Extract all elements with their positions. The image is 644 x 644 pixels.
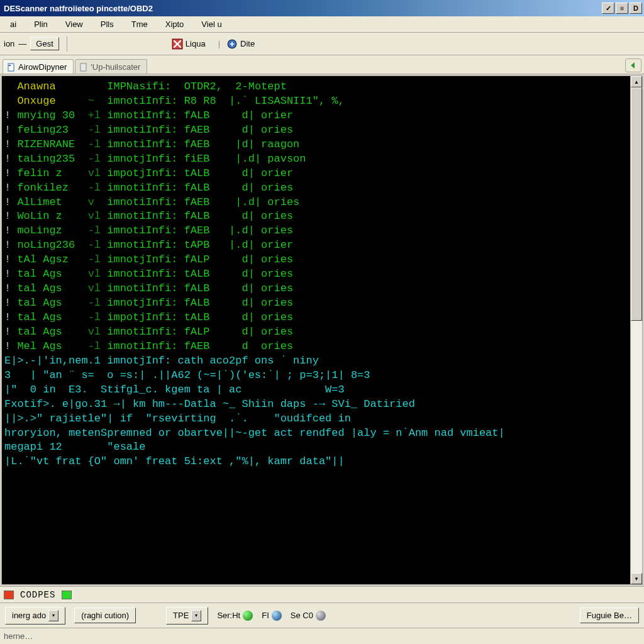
- nav-back-button[interactable]: [625, 58, 641, 72]
- toolbar-left-group: ion — Gest: [4, 37, 59, 50]
- tab-bar: AirowDipyner 'Up-huilscater: [0, 55, 644, 74]
- tab-uphuilscater[interactable]: 'Up-huilscater: [75, 59, 147, 74]
- terminal-line: ! tal Ags vl imnotiInfi: fALB d| ories: [4, 282, 628, 296]
- svg-rect-2: [8, 64, 14, 71]
- inerg-combo[interactable]: inerg ado ▾: [5, 607, 65, 625]
- terminal-line: megapi 12 "esale: [4, 440, 628, 455]
- window-btn-3[interactable]: D: [630, 3, 642, 14]
- menu-plin[interactable]: Plin: [26, 18, 55, 31]
- terminal-line: ! mnying 30 +l imnotiInfi: fALB d| orier: [4, 109, 628, 123]
- scroll-up-button[interactable]: ▲: [631, 76, 642, 87]
- window-buttons: ✓ ≡ D: [602, 3, 642, 14]
- terminal-line: Fxotif>. e|go.31 →| km hm---Datla ~_ Shi…: [4, 397, 628, 412]
- terminal-line: ! AlLimet v imnotiInfi: fAEB |.d| ories: [4, 196, 628, 210]
- arrow-left-icon: [629, 61, 638, 70]
- serht-status: Ser:Ht: [217, 611, 253, 621]
- fugie-button[interactable]: Fuguie Be…: [580, 608, 639, 623]
- toolbar-ion: ion: [4, 39, 14, 48]
- terminal-line: |L.˙"vt frat {O" omn' freat 5i:ext ,"%|,…: [4, 455, 628, 469]
- svg-rect-4: [80, 64, 86, 71]
- dite-icon: [226, 38, 238, 50]
- gest-button[interactable]: Gest: [30, 37, 58, 50]
- tab-airowdipyner[interactable]: AirowDipyner: [3, 59, 74, 74]
- terminal-line: ! fonkilez -l imnotiInfi: fALB d| ories: [4, 181, 628, 196]
- title-bar: DEScanner natfroiieteo pincette/OBD2 ✓ ≡…: [0, 0, 644, 16]
- seco-status: Se C0: [291, 611, 326, 621]
- led-green-icon: [62, 591, 72, 599]
- window-btn-1[interactable]: ✓: [602, 3, 614, 14]
- terminal-line: ||>.>" rajietle"| if "rsevirting .˙. "ou…: [4, 412, 628, 426]
- terminal-line: ! tal Ags vl imnotiInfi: tALB d| ories: [4, 267, 628, 282]
- menu-ai[interactable]: ai: [3, 18, 24, 31]
- scroll-track[interactable]: [631, 87, 642, 573]
- window-btn-2[interactable]: ≡: [616, 3, 628, 14]
- status-bar-codes: CODPES: [0, 586, 644, 602]
- toolbar: ion — Gest Liqua Dite: [0, 33, 644, 55]
- scroll-down-button[interactable]: ▼: [631, 573, 642, 584]
- menu-bar: ai Plin View Plls Tme Xipto Viel u: [0, 16, 644, 33]
- address-bar: [0, 628, 644, 644]
- terminal-line: ! Mel Ags -l imnotiInfi: fAEB d ories: [4, 340, 628, 354]
- tpe-combo[interactable]: TPE ▾: [166, 607, 208, 625]
- window-title: DEScanner natfroiieteo pincette/OBD2: [4, 4, 153, 13]
- terminal-line: ! tAl Agsz -l imnotjInfi: fALP d| ories: [4, 253, 628, 267]
- document-icon: [79, 63, 88, 72]
- address-input[interactable]: [4, 631, 192, 641]
- terminal-line: |" 0 in E3. Stifgl_c. kgem ta | ac W=3: [4, 383, 628, 397]
- dite-button[interactable]: Dite: [214, 37, 259, 51]
- scroll-thumb[interactable]: [631, 87, 642, 321]
- terminal-line: E|>.-|'in,nem.1 imnotjInf: cath aco2pf o…: [4, 354, 628, 369]
- terminal-line: ! tal Ags vl imnotiInfi: fALP d| ories: [4, 325, 628, 340]
- menu-view[interactable]: View: [58, 18, 91, 31]
- terminal-line: hroryion, metenSpremned or obartve||~-ge…: [4, 426, 628, 441]
- terminal-line: Anawna IMPNasifi: OTDR2, 2-Motept: [4, 80, 628, 94]
- document-icon: [7, 63, 16, 72]
- terminal-line: ! RIZENRANE -l imnotiInfi: fAEB |d| raag…: [4, 138, 628, 152]
- terminal-line: 3 | "an ¨ s= o =s:| .||A62 (~=|˙)('es:˙|…: [4, 369, 628, 383]
- terminal-line: ! tal Ags -l impotjInfi: tALB d| ories: [4, 311, 628, 325]
- terminal-line: ! moLingz -l imnotiInfi: fAEB |.d| ories: [4, 224, 628, 238]
- terminal-line: ! feLing23 -l imnotiInfi: fAEB d| ories: [4, 123, 628, 138]
- menu-tme[interactable]: Tme: [124, 18, 155, 31]
- raghi-button[interactable]: (raghi cution): [74, 608, 136, 623]
- terminal-line: ! tal Ags -l imnotjInfi: fALB d| ories: [4, 296, 628, 311]
- toolbar-sep: [67, 36, 67, 52]
- gear-icon[interactable]: [316, 611, 326, 621]
- vertical-scrollbar[interactable]: ▲ ▼: [631, 76, 642, 584]
- liqua-icon: [172, 38, 183, 50]
- status-bar-controls: inerg ado ▾ (raghi cution) TPE ▾ Ser:Ht …: [0, 602, 644, 628]
- terminal-line: ! felin z vl impotjInfi: tALB d| orier: [4, 167, 628, 181]
- terminal-output: Anawna IMPNasifi: OTDR2, 2-Motept Onxuge…: [2, 76, 631, 584]
- toolbar-dash: —: [18, 39, 26, 48]
- content-area: Anawna IMPNasifi: OTDR2, 2-Motept Onxuge…: [1, 75, 643, 585]
- chevron-down-icon: ▾: [191, 610, 201, 621]
- terminal-line: ! taLing235 -l imnotjInfi: fiEB |.d| pav…: [4, 152, 628, 167]
- led-red-icon: [4, 591, 14, 599]
- menu-vielu[interactable]: Viel u: [194, 18, 229, 31]
- menu-plls[interactable]: Plls: [93, 18, 121, 31]
- terminal-line: ! WoLin z vl imnotiInfi: fALB d| ories: [4, 209, 628, 224]
- codpes-label: CODPES: [20, 590, 55, 600]
- refresh-icon[interactable]: [272, 611, 282, 621]
- menu-xipto[interactable]: Xipto: [158, 18, 192, 31]
- chevron-down-icon: ▾: [48, 610, 58, 621]
- terminal-line: Onxuge ~ imnotiInfi: R8 R8 |.˙ LISASNII1…: [4, 94, 628, 109]
- liqua-button[interactable]: Liqua: [168, 37, 209, 51]
- terminal-line: ! noLing236 -l imnotiInfi: tAPB |.d| ori…: [4, 238, 628, 253]
- fi-status: FI: [262, 611, 282, 621]
- svg-rect-3: [9, 65, 11, 66]
- status-ok-icon: [243, 611, 253, 621]
